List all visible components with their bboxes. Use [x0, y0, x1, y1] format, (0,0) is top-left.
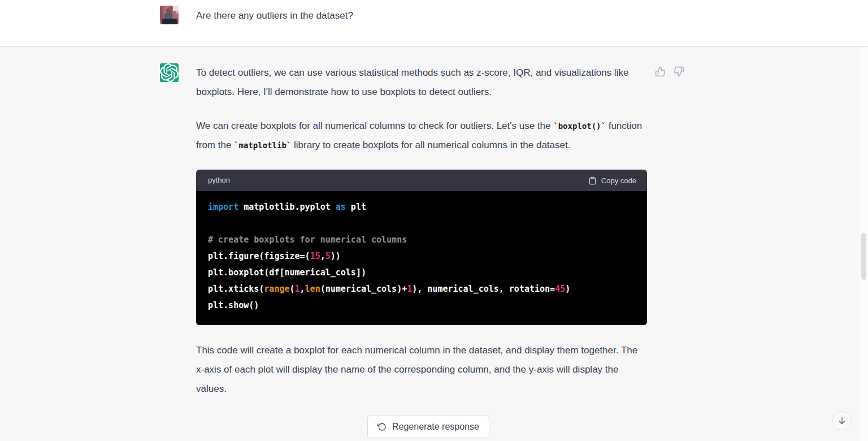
thumbs-up-icon: [655, 66, 666, 77]
scroll-to-bottom-button[interactable]: [832, 411, 852, 430]
openai-logo-icon: [160, 63, 179, 82]
arrow-down-icon: [837, 416, 847, 425]
code-line: plt.xticks(range(1,len(numerical_cols)+1…: [208, 281, 635, 297]
regenerate-icon: [377, 422, 387, 431]
user-photo: [160, 6, 179, 24]
assistant-message-row: To detect outliers, we can use various s…: [0, 47, 868, 441]
regenerate-response-label: Regenerate response: [392, 422, 479, 432]
user-message-row: Are there any outliers in the dataset?: [0, 0, 868, 47]
code-line: plt.show(): [208, 297, 635, 314]
assistant-avatar: [160, 63, 179, 82]
code-line: [208, 215, 635, 232]
assistant-paragraph-1: To detect outliers, we can use various s…: [196, 63, 647, 102]
inline-code-matplotlib: `matplotlib`: [234, 141, 291, 150]
thumbs-down-icon: [674, 66, 684, 77]
user-message-text: Are there any outliers in the dataset?: [196, 6, 647, 24]
code-block: python Copy code import matplotlib.pyplo…: [196, 170, 647, 325]
code-content: import matplotlib.pyplot as plt # create…: [196, 191, 647, 325]
paragraph-text: We can create boxplots for all numerical…: [196, 120, 553, 131]
scrollbar-thumb[interactable]: [861, 233, 866, 280]
code-line: plt.figure(figsize=(15,5)): [208, 248, 635, 265]
user-avatar: [160, 6, 179, 24]
feedback-controls: [655, 66, 684, 77]
code-line: import matplotlib.pyplot as plt: [208, 199, 635, 215]
thumbs-down-button[interactable]: [674, 66, 684, 77]
code-block-header: python Copy code: [196, 170, 647, 191]
paragraph-text: library to create boxplots for all numer…: [291, 140, 570, 150]
copy-code-label: Copy code: [601, 176, 636, 185]
code-line: # create boxplots for numerical columns: [208, 232, 635, 248]
chat-screen: Are there any outliers in the dataset? T…: [0, 0, 868, 441]
assistant-paragraph-3: This code will create a boxplot for each…: [196, 341, 647, 399]
code-line: plt.boxplot(df[numerical_cols]): [208, 265, 635, 281]
inline-code-boxplot: `boxplot()`: [553, 122, 606, 131]
regenerate-response-button[interactable]: Regenerate response: [367, 416, 489, 438]
copy-code-button[interactable]: Copy code: [588, 176, 636, 185]
thumbs-up-button[interactable]: [655, 66, 666, 77]
assistant-paragraph-2: We can create boxplots for all numerical…: [196, 116, 647, 155]
assistant-message-body: To detect outliers, we can use various s…: [196, 63, 647, 399]
code-language-label: python: [208, 171, 230, 190]
clipboard-icon: [588, 176, 597, 185]
